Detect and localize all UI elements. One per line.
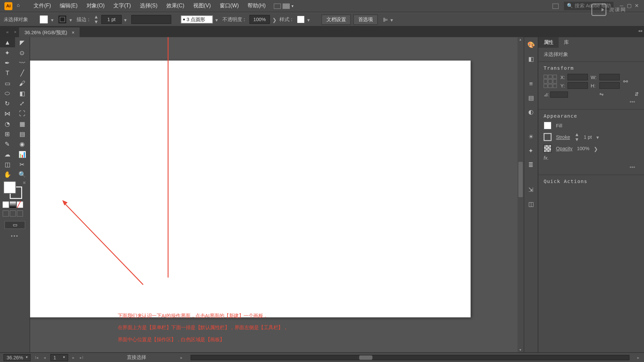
close-icon[interactable]: ✕: [635, 3, 639, 9]
edit-toolbar-icon[interactable]: •••: [0, 232, 30, 240]
rotate-tool[interactable]: ↻: [0, 98, 15, 108]
opacity-dd2[interactable]: ❯: [594, 146, 598, 150]
reference-point-picker[interactable]: [544, 75, 557, 88]
fx-button[interactable]: fx.: [544, 155, 549, 161]
free-transform-tool[interactable]: ⛶: [15, 108, 30, 118]
appearance-panel-icon[interactable]: ☀: [527, 133, 535, 141]
stroke-stepper[interactable]: ▲▼: [94, 15, 99, 24]
graph-tool[interactable]: 📊: [15, 149, 30, 159]
brush-def-input[interactable]: 3 点圆形: [181, 15, 213, 23]
eyedropper-tool[interactable]: ✎: [0, 139, 15, 149]
shape-builder-tool[interactable]: ◔: [0, 118, 15, 128]
selection-tool[interactable]: ▲: [0, 37, 15, 47]
style-swatch[interactable]: [297, 15, 305, 23]
stroke-weight-stepper[interactable]: ▲▼: [575, 132, 579, 142]
opacity-dd-icon[interactable]: ❯: [272, 17, 277, 21]
tab-chev-left-icon[interactable]: «: [4, 29, 11, 35]
scale-tool[interactable]: ⤢: [15, 98, 30, 108]
paintbrush-tool[interactable]: 🖌: [15, 78, 30, 88]
horizontal-scrollbar[interactable]: [191, 355, 630, 360]
curvature-tool[interactable]: 〰: [15, 57, 30, 67]
pen-tool[interactable]: ✒: [0, 57, 15, 67]
zoom-tool[interactable]: 🔍: [15, 169, 30, 179]
stroke-weight-input[interactable]: [101, 15, 122, 24]
y-input[interactable]: [568, 82, 588, 89]
gradient-panel-icon[interactable]: ▤: [527, 94, 535, 102]
stroke-weight-dd2[interactable]: ▾: [596, 135, 601, 139]
line-tool[interactable]: ╱: [15, 68, 30, 78]
w-input[interactable]: [599, 74, 620, 80]
link-wh-icon[interactable]: ⚯: [623, 78, 628, 85]
fill-stroke-control[interactable]: ⤭: [0, 179, 30, 200]
vertical-scrollbar[interactable]: [518, 37, 524, 352]
layers-panel-icon[interactable]: ≣: [527, 161, 535, 169]
width-tool[interactable]: ⋈: [0, 108, 15, 118]
appearance-more-icon[interactable]: •••: [544, 163, 639, 171]
doc-tab-close-icon[interactable]: ×: [72, 29, 74, 35]
app-icon[interactable]: Ai: [4, 2, 12, 10]
menu-help[interactable]: 帮助(H): [243, 0, 270, 11]
asset-export-icon[interactable]: ⇲: [527, 186, 535, 194]
direct-selection-tool[interactable]: ◤: [15, 37, 30, 47]
stroke-panel-icon[interactable]: ≡: [527, 79, 535, 87]
doc-setup-button[interactable]: 文档设置: [322, 14, 351, 24]
menu-window[interactable]: 窗口(W): [215, 0, 244, 11]
fill-dd-icon[interactable]: ▾: [51, 17, 55, 21]
symbol-tool[interactable]: ☁: [0, 149, 15, 159]
lasso-tool[interactable]: ⊙: [15, 47, 30, 57]
first-artboard-icon[interactable]: I◂: [34, 355, 39, 360]
h-input[interactable]: [599, 82, 620, 89]
swatches-panel-icon[interactable]: ◧: [527, 55, 535, 63]
menu-view[interactable]: 视图(V): [189, 0, 215, 11]
x-input[interactable]: [568, 74, 588, 80]
scroll-right-icon[interactable]: ▸: [637, 355, 641, 360]
color-mode-swatches[interactable]: ╱: [0, 201, 30, 209]
screen-mode-button[interactable]: ▭: [4, 221, 25, 229]
menu-file[interactable]: 文件(F): [29, 0, 55, 11]
color-panel-icon[interactable]: 🎨: [527, 41, 535, 49]
tab-properties[interactable]: 属性: [538, 37, 559, 48]
arrange-docs-icon[interactable]: [552, 3, 558, 9]
opacity-input[interactable]: [250, 15, 270, 24]
transform-more-icon[interactable]: •••: [544, 98, 639, 106]
zoom-level-dd[interactable]: 36.26%▾: [4, 354, 31, 361]
prev-artboard-icon[interactable]: ◂: [43, 355, 47, 360]
flip-v-icon[interactable]: ⇵: [635, 92, 639, 98]
perspective-tool[interactable]: ▦: [15, 118, 30, 128]
menu-object[interactable]: 对象(O): [82, 0, 109, 11]
align-dd[interactable]: ▾: [390, 17, 395, 21]
stroke-weight-dd[interactable]: ▾: [124, 17, 128, 21]
fill-swatch[interactable]: [39, 15, 48, 24]
document-tab[interactable]: 36.26% (RGB/预览) ×: [19, 27, 80, 37]
stroke-color-swatch[interactable]: [544, 133, 552, 141]
align-icon[interactable]: ⊫: [383, 16, 388, 23]
stroke-swatch[interactable]: [58, 15, 67, 24]
gradient-tool[interactable]: ▤: [15, 129, 30, 139]
opacity-swatch[interactable]: [544, 144, 552, 153]
transparency-panel-icon[interactable]: ◐: [527, 108, 535, 116]
eraser-tool[interactable]: ◧: [15, 88, 30, 98]
style-dd-icon[interactable]: ▾: [307, 17, 312, 21]
mesh-tool[interactable]: ⊞: [0, 129, 15, 139]
blend-tool[interactable]: ◉: [15, 139, 30, 149]
home-icon[interactable]: ⌂: [17, 2, 25, 10]
menu-select[interactable]: 选择(S): [135, 0, 162, 11]
fill-color-swatch[interactable]: [544, 122, 552, 130]
graphic-styles-icon[interactable]: ✦: [527, 147, 535, 155]
angle-input[interactable]: [550, 92, 568, 98]
status-play-icon[interactable]: ▸: [180, 355, 184, 360]
tab-libraries[interactable]: 库: [558, 37, 574, 48]
workspace-switcher[interactable]: ▾: [274, 3, 293, 9]
menu-type[interactable]: 文字(T): [109, 0, 135, 11]
maximize-icon[interactable]: ▢: [627, 3, 631, 9]
draw-modes[interactable]: [0, 208, 30, 218]
shaper-tool[interactable]: ⬭: [0, 88, 15, 98]
var-width-profile[interactable]: [131, 15, 171, 24]
hand-tool[interactable]: ✋: [0, 169, 15, 179]
tab-close-all-icon[interactable]: ×: [11, 29, 19, 35]
artboards-panel-icon[interactable]: ◫: [527, 200, 535, 208]
menu-edit[interactable]: 编辑(E): [55, 0, 82, 11]
rectangle-tool[interactable]: ▭: [0, 78, 15, 88]
panel-expand-icon[interactable]: ◂◂: [638, 28, 642, 33]
type-tool[interactable]: T: [0, 68, 15, 78]
